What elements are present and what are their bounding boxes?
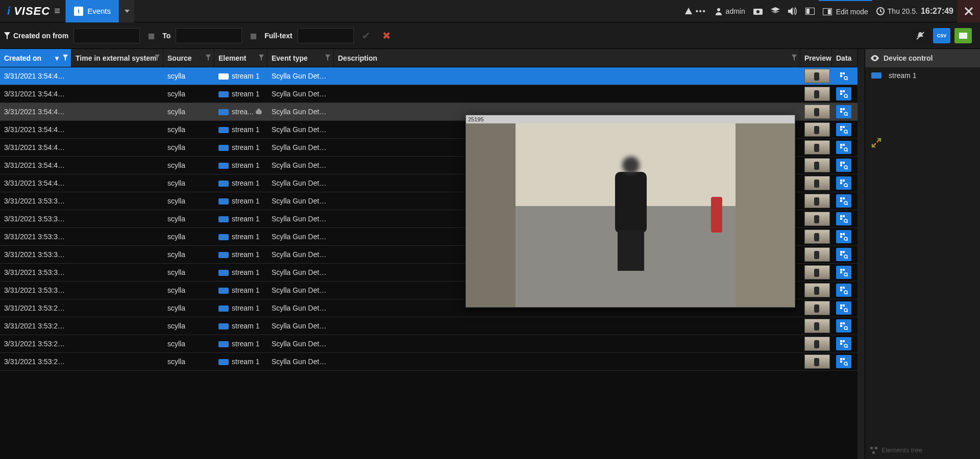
cell-preview[interactable] (800, 122, 832, 137)
svg-rect-58 (840, 289, 842, 291)
filter-icon[interactable] (792, 54, 797, 62)
svg-rect-35 (843, 180, 845, 182)
created-from-input[interactable] (74, 28, 140, 43)
cell-created: 3/31/2021 3:54:46 PM (0, 125, 71, 134)
svg-rect-71 (843, 340, 845, 342)
cell-preview[interactable] (800, 194, 832, 208)
cell-preview[interactable] (800, 158, 832, 172)
cell-data[interactable] (832, 176, 857, 190)
elements-tree[interactable]: Elements tree (865, 441, 980, 459)
cell-preview[interactable] (800, 105, 832, 119)
cell-data[interactable] (832, 87, 857, 100)
col-time-external[interactable]: Time in external system (71, 49, 163, 67)
cell-data[interactable] (832, 284, 857, 297)
camera-icon (218, 288, 229, 294)
svg-rect-47 (843, 233, 845, 235)
screen-toggle-1[interactable] (801, 0, 819, 22)
cell-preview[interactable] (800, 354, 832, 369)
table-row[interactable]: 3/31/2021 3:53:25 PMscyllastream 1Scylla… (0, 353, 857, 371)
tree-icon (870, 447, 877, 454)
cell-data[interactable] (832, 337, 857, 350)
layers-button[interactable] (767, 0, 784, 22)
cell-source: scylla (163, 250, 214, 259)
cell-preview[interactable] (800, 140, 832, 155)
cell-data[interactable] (832, 355, 857, 368)
calendar-icon-2[interactable]: ▦ (247, 30, 259, 42)
cell-data[interactable] (832, 141, 857, 154)
alerts-button[interactable]: ••• (680, 0, 710, 22)
data-icon (836, 248, 851, 261)
cell-data[interactable] (832, 123, 857, 136)
cell-preview[interactable] (800, 337, 832, 351)
fulltext-input[interactable] (298, 28, 354, 43)
expand-button[interactable] (865, 135, 980, 152)
export-csv-button[interactable]: CSV (933, 28, 950, 43)
cell-preview[interactable] (800, 265, 832, 279)
cell-data[interactable] (832, 248, 857, 261)
svg-rect-9 (840, 72, 842, 74)
cell-preview[interactable] (800, 87, 832, 101)
col-element[interactable]: Element (214, 49, 267, 67)
svg-rect-22 (840, 129, 842, 131)
svg-rect-29 (840, 162, 842, 164)
filter-icon[interactable] (325, 54, 330, 62)
col-description[interactable]: Description (334, 49, 800, 67)
scrollbar[interactable] (857, 49, 865, 459)
cell-data[interactable] (832, 319, 857, 333)
svg-rect-65 (840, 322, 842, 324)
screen-toggle-2[interactable] (819, 0, 834, 22)
snapshot-button[interactable] (749, 0, 767, 22)
cell-preview[interactable] (800, 283, 832, 297)
tab-dropdown[interactable] (119, 0, 134, 22)
data-icon (836, 105, 851, 118)
preview-popup[interactable]: 25195 (465, 115, 795, 308)
cell-preview[interactable] (800, 69, 832, 83)
cell-data[interactable] (832, 230, 857, 243)
cell-data[interactable] (832, 105, 857, 118)
stream-item[interactable]: stream 1 (865, 67, 980, 84)
menu-icon[interactable]: ≡ (54, 5, 65, 17)
col-created[interactable]: Created on ▾ (0, 49, 71, 67)
export-button[interactable] (954, 28, 972, 43)
cell-data[interactable] (832, 159, 857, 172)
filter-icon[interactable] (63, 54, 68, 62)
edit-mode-label[interactable]: Edit mode (834, 0, 872, 22)
col-event-type[interactable]: Event type (267, 49, 334, 67)
cell-data[interactable] (832, 69, 857, 83)
to-input[interactable] (176, 28, 242, 43)
cell-preview[interactable] (800, 301, 832, 315)
filter-icon[interactable] (259, 54, 264, 62)
cell-element: stream 1 (214, 286, 267, 294)
cell-event-type: Scylla Gun Detection (267, 215, 334, 223)
table-row[interactable]: 3/31/2021 3:53:27 PMscyllastream 1Scylla… (0, 335, 857, 353)
data-icon (836, 69, 851, 83)
cell-source: scylla (163, 268, 214, 276)
cell-data[interactable] (832, 266, 857, 279)
user-menu[interactable]: admin (710, 0, 749, 22)
apply-filter-button[interactable]: ✔ (359, 28, 374, 43)
cell-data[interactable] (832, 212, 857, 225)
cell-preview[interactable] (800, 319, 832, 333)
table-row[interactable]: 3/31/2021 3:54:47 PMscyllastream 1Scylla… (0, 67, 857, 85)
volume-button[interactable] (784, 0, 801, 22)
cell-data[interactable] (832, 194, 857, 208)
cell-preview[interactable] (800, 176, 832, 190)
cell-source: scylla (163, 143, 214, 151)
close-button[interactable] (958, 0, 980, 22)
filter-icon[interactable] (155, 54, 160, 62)
cell-preview[interactable] (800, 230, 832, 244)
table-row[interactable]: 3/31/2021 3:54:47 PMscyllastream 1Scylla… (0, 85, 857, 103)
cell-source: scylla (163, 340, 214, 348)
mute-alarm-button[interactable] (912, 28, 929, 43)
cell-preview[interactable] (800, 247, 832, 262)
filter-icon[interactable] (206, 54, 211, 62)
clear-filter-button[interactable]: ✖ (379, 28, 395, 43)
cell-preview[interactable] (800, 212, 832, 226)
tab-events[interactable]: i Events (65, 0, 119, 22)
col-source[interactable]: Source (163, 49, 214, 67)
table-row[interactable]: 3/31/2021 3:53:28 PMscyllastream 1Scylla… (0, 317, 857, 335)
svg-rect-61 (840, 304, 842, 307)
cell-data[interactable] (832, 301, 857, 315)
calendar-icon[interactable]: ▦ (145, 30, 157, 42)
cell-source: scylla (163, 179, 214, 187)
